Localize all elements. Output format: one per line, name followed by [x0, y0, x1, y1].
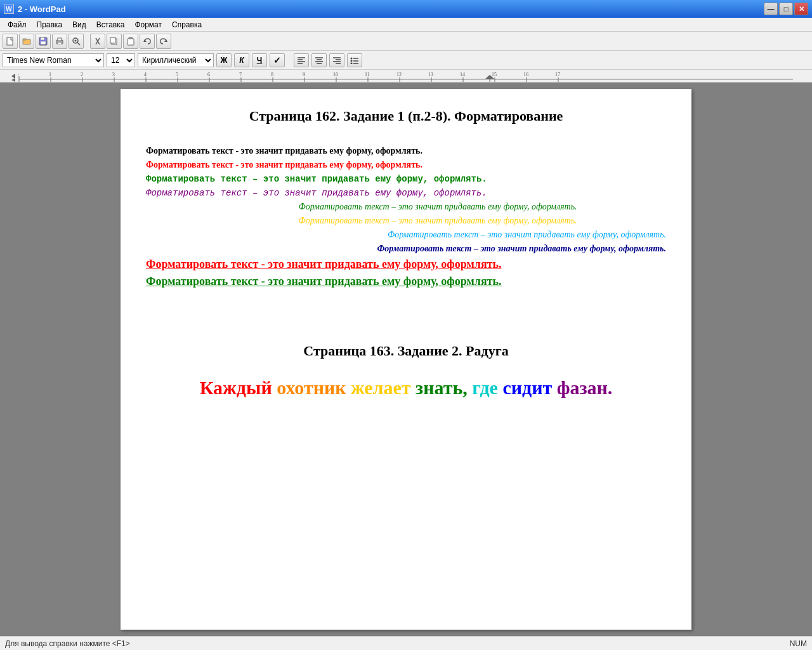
undo-button[interactable] — [140, 34, 155, 49]
svg-text:17: 17 — [555, 72, 560, 77]
italic-button[interactable]: К — [234, 53, 249, 67]
copy-button[interactable] — [107, 34, 122, 49]
rainbow-sentence: Каждый охотник желает знать, где сидит ф… — [146, 375, 666, 401]
svg-point-36 — [351, 62, 353, 64]
text-line-6: Форматировать текст – это значит придава… — [209, 216, 666, 226]
open-button[interactable] — [19, 34, 34, 49]
menu-file[interactable]: Файл — [3, 19, 32, 30]
bullets-button[interactable] — [347, 53, 362, 67]
doc-area: Страница 162. Задание 1 (п.2-8). Формати… — [0, 83, 812, 636]
heading2: Страница 163. Задание 2. Радуга — [146, 343, 666, 359]
svg-point-11 — [75, 39, 77, 41]
align-right-button[interactable] — [329, 53, 344, 67]
text-line-5: Форматировать текст – это значит придава… — [209, 202, 666, 212]
align-center-button[interactable] — [311, 53, 327, 67]
svg-text:15: 15 — [492, 72, 497, 77]
window-title: 2 - WordPad — [18, 4, 66, 14]
svg-rect-15 — [110, 37, 115, 43]
toolbar — [0, 32, 812, 51]
svg-text:10: 10 — [333, 72, 338, 77]
menu-bar: Файл Правка Вид Вставка Формат Справка — [0, 18, 812, 32]
format-bar: Times New Roman 12 Кириллический Ж К Ч ✓ — [0, 51, 812, 70]
svg-text:5: 5 — [176, 72, 178, 77]
status-bar: Для вывода справки нажмите <F1> NUM — [0, 636, 812, 650]
text-line-9: Форматировать текст - это значит придава… — [146, 258, 666, 271]
text-line-3: Форматировать текст – это значит придава… — [146, 174, 666, 184]
svg-point-34 — [351, 60, 353, 62]
svg-rect-4 — [41, 37, 44, 40]
underline-button[interactable]: Ч — [252, 53, 267, 67]
text-line-4: Форматировать текст – это значит придава… — [146, 188, 666, 198]
status-help-text: Для вывода справки нажмите <F1> — [5, 639, 130, 648]
svg-text:3: 3 — [112, 72, 115, 77]
svg-text:11: 11 — [365, 72, 370, 77]
svg-rect-2 — [23, 39, 26, 40]
paste-button[interactable] — [123, 34, 138, 49]
svg-text:4: 4 — [144, 72, 147, 77]
menu-edit[interactable]: Правка — [32, 19, 68, 30]
svg-marker-38 — [11, 74, 15, 79]
svg-text:6: 6 — [207, 72, 210, 77]
close-button[interactable]: ✕ — [794, 3, 808, 15]
align-left-button[interactable] — [294, 53, 309, 67]
spell-button[interactable]: ✓ — [270, 53, 285, 67]
menu-view[interactable]: Вид — [67, 19, 91, 30]
text-line-10: Форматировать текст - это значит придава… — [146, 275, 666, 288]
title-bar: W 2 - WordPad — □ ✕ — [0, 0, 812, 18]
text-line-7: Форматировать текст – это значит придава… — [146, 230, 666, 240]
svg-line-10 — [77, 43, 80, 45]
svg-text:14: 14 — [460, 72, 465, 77]
svg-rect-7 — [58, 38, 62, 41]
ruler: · 1 2 3 4 5 6 7 8 9 10 11 12 13 14 15 16… — [0, 70, 812, 83]
menu-help[interactable]: Справка — [167, 19, 207, 30]
new-button[interactable] — [3, 34, 18, 49]
svg-text:8: 8 — [271, 72, 273, 77]
size-selector[interactable]: 12 — [107, 53, 135, 67]
title-bar-buttons: — □ ✕ — [764, 3, 808, 15]
svg-text:16: 16 — [523, 72, 528, 77]
document-page[interactable]: Страница 162. Задание 1 (п.2-8). Формати… — [121, 89, 691, 630]
num-indicator: NUM — [790, 639, 807, 648]
svg-rect-8 — [58, 43, 62, 44]
svg-text:1: 1 — [49, 72, 51, 77]
maximize-button[interactable]: □ — [779, 3, 793, 15]
svg-rect-17 — [128, 39, 134, 45]
svg-rect-5 — [41, 41, 46, 44]
title-bar-left: W 2 - WordPad — [4, 4, 66, 14]
svg-text:9: 9 — [303, 72, 305, 77]
menu-insert[interactable]: Вставка — [91, 19, 130, 30]
print-button[interactable] — [52, 34, 67, 49]
svg-text:7: 7 — [239, 72, 242, 77]
svg-text:13: 13 — [428, 72, 433, 77]
svg-point-32 — [351, 57, 353, 59]
redo-button[interactable] — [156, 34, 171, 49]
text-line-2: Форматировать текст - это значит придава… — [146, 160, 666, 170]
text-line-1: Форматировать текст - это значит придава… — [146, 146, 666, 156]
text-line-8: Форматировать текст – это значит придава… — [146, 244, 666, 254]
svg-text:12: 12 — [396, 72, 402, 77]
ruler-svg: · 1 2 3 4 5 6 7 8 9 10 11 12 13 14 15 16… — [6, 70, 806, 83]
minimize-button[interactable]: — — [764, 3, 778, 15]
app-icon: W — [4, 4, 14, 14]
cut-button[interactable] — [90, 34, 105, 49]
heading1: Страница 162. Задание 1 (п.2-8). Формати… — [146, 108, 666, 124]
menu-format[interactable]: Формат — [129, 19, 167, 30]
svg-text:·: · — [18, 72, 19, 77]
save-button[interactable] — [36, 34, 51, 49]
svg-marker-39 — [11, 78, 15, 82]
font-selector[interactable]: Times New Roman — [3, 53, 104, 67]
preview-button[interactable] — [69, 34, 84, 49]
lang-selector[interactable]: Кириллический — [138, 53, 214, 67]
bold-button[interactable]: Ж — [216, 53, 232, 67]
svg-text:2: 2 — [81, 72, 83, 77]
